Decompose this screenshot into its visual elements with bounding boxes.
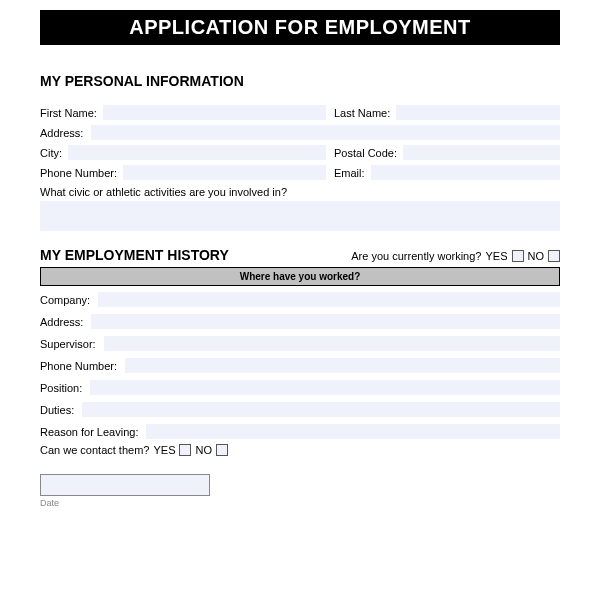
reason-input[interactable] <box>146 424 560 439</box>
emp-address-label: Address: <box>40 316 83 328</box>
company-input[interactable] <box>98 292 560 307</box>
postal-label: Postal Code: <box>334 147 397 159</box>
working-no-checkbox[interactable] <box>548 250 560 262</box>
city-label: City: <box>40 147 62 159</box>
row-name: First Name: Last Name: <box>40 105 560 120</box>
currently-working-group: Are you currently working? YES NO <box>351 250 560 262</box>
row-reason: Reason for Leaving: <box>40 424 560 439</box>
row-phone-email: Phone Number: Email: <box>40 165 560 180</box>
emp-phone-label: Phone Number: <box>40 360 117 372</box>
last-name-label: Last Name: <box>334 107 390 119</box>
working-yes-checkbox[interactable] <box>512 250 524 262</box>
city-input[interactable] <box>68 145 326 160</box>
row-supervisor: Supervisor: <box>40 336 560 351</box>
row-emp-address: Address: <box>40 314 560 329</box>
date-input[interactable] <box>40 474 210 496</box>
contact-row: Can we contact them? YES NO <box>40 444 560 456</box>
duties-input[interactable] <box>82 402 560 417</box>
row-city-postal: City: Postal Code: <box>40 145 560 160</box>
position-input[interactable] <box>90 380 560 395</box>
working-yes-label: YES <box>485 250 507 262</box>
where-worked-header: Where have you worked? <box>40 267 560 286</box>
first-name-label: First Name: <box>40 107 97 119</box>
reason-label: Reason for Leaving: <box>40 426 138 438</box>
duties-label: Duties: <box>40 404 74 416</box>
last-name-input[interactable] <box>396 105 560 120</box>
email-label: Email: <box>334 167 365 179</box>
address-label: Address: <box>40 127 83 139</box>
phone-input[interactable] <box>123 165 326 180</box>
emp-address-input[interactable] <box>91 314 560 329</box>
row-duties: Duties: <box>40 402 560 417</box>
position-label: Position: <box>40 382 82 394</box>
activities-input[interactable] <box>40 201 560 231</box>
contact-yes-label: YES <box>153 444 175 456</box>
date-caption: Date <box>40 498 560 508</box>
company-label: Company: <box>40 294 90 306</box>
employment-heading: MY EMPLOYMENT HISTORY <box>40 247 229 263</box>
row-emp-phone: Phone Number: <box>40 358 560 373</box>
contact-no-checkbox[interactable] <box>216 444 228 456</box>
title-banner: APPLICATION FOR EMPLOYMENT <box>40 10 560 45</box>
supervisor-input[interactable] <box>104 336 560 351</box>
contact-label: Can we contact them? <box>40 444 149 456</box>
supervisor-label: Supervisor: <box>40 338 96 350</box>
personal-heading: MY PERSONAL INFORMATION <box>40 73 560 89</box>
row-company: Company: <box>40 292 560 307</box>
postal-input[interactable] <box>403 145 560 160</box>
activities-label: What civic or athletic activities are yo… <box>40 186 560 198</box>
contact-yes-checkbox[interactable] <box>179 444 191 456</box>
row-address: Address: <box>40 125 560 140</box>
emp-phone-input[interactable] <box>125 358 560 373</box>
contact-no-label: NO <box>195 444 212 456</box>
email-input[interactable] <box>371 165 560 180</box>
row-position: Position: <box>40 380 560 395</box>
address-input[interactable] <box>91 125 560 140</box>
currently-working-label: Are you currently working? <box>351 250 481 262</box>
working-no-label: NO <box>528 250 545 262</box>
employment-heading-row: MY EMPLOYMENT HISTORY Are you currently … <box>40 247 560 263</box>
phone-label: Phone Number: <box>40 167 117 179</box>
first-name-input[interactable] <box>103 105 326 120</box>
